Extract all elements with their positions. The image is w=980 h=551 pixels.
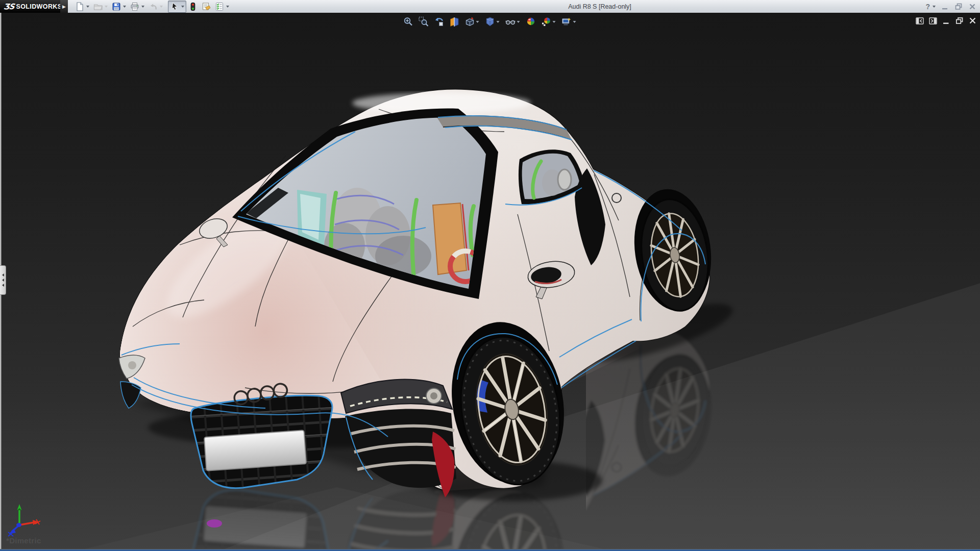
menu-flyout-button[interactable]: ▶ <box>60 0 68 13</box>
select-tool-button[interactable] <box>168 1 186 13</box>
doc-restore-button[interactable] <box>954 16 964 26</box>
titlebar-window-controls: ? <box>925 0 977 13</box>
display-style-button[interactable] <box>483 15 502 28</box>
hide-show-items-button[interactable] <box>504 15 523 28</box>
open-folder-icon <box>93 2 103 11</box>
zoom-to-fit-icon <box>403 16 414 27</box>
restore-button[interactable] <box>954 2 963 11</box>
edit-appearance-icon <box>526 16 536 27</box>
options-checklist-icon <box>215 2 224 11</box>
save-button[interactable] <box>110 1 128 13</box>
orientation-triad <box>4 504 41 538</box>
view-orientation-icon <box>464 16 475 27</box>
minimize-button[interactable] <box>940 2 949 11</box>
close-icon <box>968 3 976 11</box>
solidworks-brand-text: SOLIDWORKS <box>16 3 62 10</box>
license-plate <box>204 430 306 471</box>
options-button[interactable] <box>213 1 231 13</box>
apply-scene-button[interactable] <box>540 15 558 28</box>
undo-icon <box>149 2 158 11</box>
restore-icon <box>954 3 963 11</box>
headlight-and-intake <box>341 380 456 497</box>
view-orientation-button[interactable] <box>463 15 482 28</box>
chevron-left-icon <box>2 273 4 277</box>
graphics-area[interactable]: *Dimetric <box>0 13 980 551</box>
selection-stoplight-button[interactable] <box>186 1 200 13</box>
hide-show-items-dropdown[interactable] <box>517 21 520 23</box>
doc-minimize-icon <box>942 16 950 25</box>
new-document-icon <box>75 2 84 11</box>
zoom-to-area-icon <box>419 16 429 27</box>
display-style-icon <box>485 16 496 27</box>
open-button[interactable] <box>91 1 110 13</box>
right-pane-icon <box>928 16 938 26</box>
display-style-dropdown[interactable] <box>497 21 500 23</box>
help-button[interactable]: ? <box>925 3 936 11</box>
chevron-left-icon <box>2 284 4 287</box>
doc-close-icon <box>968 16 977 25</box>
new-document-dropdown[interactable] <box>86 6 89 8</box>
save-floppy-icon <box>112 2 121 11</box>
window-title: Audi R8 S [Read-only] <box>568 0 631 13</box>
car-model[interactable] <box>0 13 980 551</box>
zoom-to-fit-button[interactable] <box>402 15 415 28</box>
help-dropdown[interactable] <box>933 6 936 8</box>
document-window-controls <box>915 16 977 26</box>
heads-up-view-toolbar <box>402 15 579 28</box>
reflection-magenta-spot <box>207 519 222 528</box>
show-left-pane-button[interactable] <box>915 16 924 26</box>
file-properties-icon <box>202 2 211 11</box>
undo-dropdown[interactable] <box>160 6 163 8</box>
zoom-to-area-button[interactable] <box>417 15 431 28</box>
save-dropdown[interactable] <box>123 6 126 8</box>
file-properties-button[interactable] <box>200 1 213 13</box>
print-button[interactable] <box>128 1 146 13</box>
view-orientation-label: *Dimetric <box>6 536 41 545</box>
view-settings-dropdown[interactable] <box>573 21 576 23</box>
select-tool-dropdown[interactable] <box>181 6 184 8</box>
view-settings-icon <box>561 16 572 27</box>
select-cursor-icon <box>170 2 179 11</box>
standard-toolbar <box>73 0 231 13</box>
print-dropdown[interactable] <box>141 6 144 8</box>
solidworks-logo-mark-icon: ƷS <box>3 2 15 11</box>
previous-view-icon <box>434 16 445 27</box>
show-right-pane-button[interactable] <box>928 16 938 26</box>
open-dropdown[interactable] <box>105 6 108 8</box>
x-axis <box>19 519 40 525</box>
edit-appearance-button[interactable] <box>524 15 538 28</box>
solidworks-logo: ƷS SOLIDWORKS <box>0 0 60 13</box>
options-dropdown[interactable] <box>226 6 229 8</box>
apply-scene-icon <box>541 16 552 27</box>
hide-show-items-icon <box>505 16 516 27</box>
left-pane-icon <box>915 16 924 26</box>
title-bar: ƷS SOLIDWORKS ▶ <box>0 0 980 13</box>
stoplight-icon <box>188 2 198 11</box>
previous-view-button[interactable] <box>432 15 446 28</box>
view-settings-button[interactable] <box>560 15 579 28</box>
minimize-icon <box>941 3 949 11</box>
doc-restore-icon <box>955 16 964 25</box>
apply-scene-dropdown[interactable] <box>553 21 556 23</box>
new-document-button[interactable] <box>73 1 91 13</box>
y-axis <box>17 504 22 525</box>
section-view-icon <box>449 16 460 27</box>
chevron-left-icon <box>2 279 4 282</box>
close-button[interactable] <box>968 2 977 11</box>
help-question-icon: ? <box>925 3 930 11</box>
section-view-button[interactable] <box>448 15 461 28</box>
undo-button[interactable] <box>146 1 165 13</box>
doc-minimize-button[interactable] <box>941 16 951 26</box>
z-axis <box>8 523 21 536</box>
view-orientation-dropdown[interactable] <box>476 21 479 23</box>
doc-close-button[interactable] <box>968 16 977 26</box>
feature-manager-flyout-tab[interactable] <box>0 265 6 295</box>
print-icon <box>130 2 139 11</box>
